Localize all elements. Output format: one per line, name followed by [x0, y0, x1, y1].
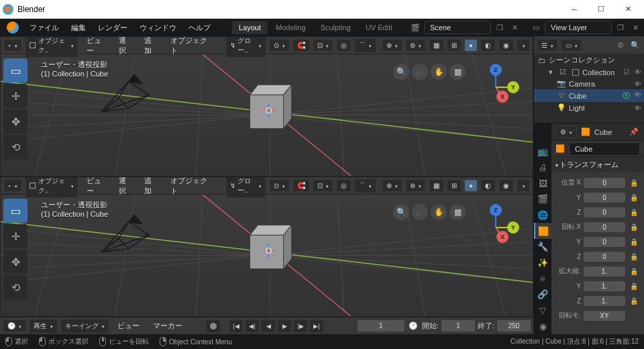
timeline-playback-menu[interactable]: 再生 — [29, 319, 58, 334]
menu-render[interactable]: レンダー — [93, 20, 133, 36]
vp-menu-view[interactable]: ビュー — [81, 36, 111, 58]
exclude-icon[interactable]: ☑ — [623, 68, 630, 77]
editor-type-selector-2[interactable]: 🞍 — [3, 179, 22, 192]
snap-toggle[interactable]: 🧲 — [292, 39, 310, 52]
vp-menu-select[interactable]: 選択 — [113, 36, 137, 58]
lock-icon[interactable]: 🔒 — [628, 250, 640, 262]
eye-icon[interactable]: 👁 — [634, 91, 641, 101]
workspace-tab-uv[interactable]: UV Editi — [359, 21, 399, 34]
eye-icon[interactable]: 👁 — [634, 104, 641, 112]
viewlayer-name-input[interactable] — [545, 21, 612, 34]
lock-icon[interactable]: 🔒 — [628, 295, 640, 307]
shading-wireframe[interactable]: ⊞ — [447, 39, 462, 52]
nav-zoom-icon[interactable]: 🔍 — [393, 64, 409, 80]
axis-y-2[interactable]: Y — [507, 221, 519, 234]
axis-x-2[interactable]: X — [496, 231, 508, 243]
autokey-toggle[interactable] — [207, 320, 220, 332]
checkbox-icon[interactable]: ☑ — [558, 68, 568, 77]
workspace-tab-modeling[interactable]: Modeling — [269, 21, 313, 34]
lock-icon[interactable]: 🔒 — [628, 265, 640, 277]
prop-tab-material[interactable]: ◉ — [534, 318, 551, 334]
vp-menu-add[interactable]: 追加 — [139, 36, 162, 58]
menu-edit[interactable]: 編集 — [66, 20, 91, 36]
nav-camera-icon-2[interactable]: 🎥 — [412, 204, 428, 220]
xray-toggle-2[interactable]: ▦ — [429, 179, 444, 192]
vp-menu-object[interactable]: オブジェクト — [165, 36, 213, 58]
shading-solid-2[interactable]: ● — [464, 179, 478, 192]
loc-y[interactable]: 0 — [584, 193, 625, 203]
menu-file[interactable]: ファイル — [24, 20, 64, 36]
shading-options-2[interactable] — [517, 179, 530, 192]
nav-perspective-icon[interactable]: ▦ — [449, 64, 466, 80]
prop-tab-world[interactable]: 🌐 — [534, 207, 551, 223]
timeline-editor-type[interactable]: 🕐 — [3, 319, 26, 332]
tool-cursor-2[interactable]: ✛ — [3, 224, 28, 248]
outliner-scene-collection[interactable]: 🗀 シーンコレクション — [534, 54, 644, 66]
scale-y[interactable]: 1. — [584, 281, 625, 291]
tool-rotate[interactable]: ⟲ — [3, 135, 28, 159]
tool-move-2[interactable]: ✥ — [3, 250, 28, 274]
lock-icon[interactable]: 🔒 — [628, 191, 640, 203]
axis-z[interactable]: Z — [490, 64, 502, 76]
current-frame-field[interactable]: 1 — [358, 320, 405, 332]
lock-icon[interactable]: 🔒 — [628, 280, 640, 292]
timeline-marker-menu[interactable]: マーカー — [148, 318, 188, 334]
timeline-view-menu[interactable]: ビュー — [112, 318, 145, 334]
lock-icon[interactable]: 🔒 — [628, 221, 640, 233]
shading-solid[interactable]: ● — [464, 39, 478, 52]
rotation-mode[interactable]: XY — [584, 311, 625, 321]
prop-tab-physics[interactable]: ⚛ — [534, 270, 551, 287]
play-button[interactable]: ▶ — [278, 320, 291, 332]
play-reverse-button[interactable]: ◀ — [262, 320, 275, 332]
properties-editor-type[interactable]: ⚙ — [555, 126, 577, 138]
pivot-selector[interactable]: ⊙ — [269, 39, 290, 52]
prop-tab-viewlayer[interactable]: 🖼 — [534, 175, 551, 191]
scene-new-button[interactable]: ❐ — [494, 21, 506, 34]
outliner-item-collection[interactable]: ▾ ☑ 🞎 Collection ☑👁 — [534, 66, 644, 78]
keyframe-next-button[interactable]: |▶ — [294, 320, 307, 332]
rot-x[interactable]: 0 — [584, 222, 625, 232]
menu-window[interactable]: ウィンドウ — [134, 20, 182, 36]
lock-icon[interactable]: 🔒 — [628, 177, 640, 189]
rot-z[interactable]: 0 — [584, 252, 625, 262]
object-name-input[interactable] — [569, 142, 640, 156]
shading-options[interactable] — [517, 39, 530, 52]
rot-y[interactable]: 0 — [584, 237, 625, 247]
scene-browse-icon[interactable]: 🎬 — [409, 21, 421, 34]
snap-selector-2[interactable]: ⊡ — [313, 179, 333, 192]
timeline-keying-menu[interactable]: キーイング — [60, 319, 109, 334]
prop-tab-object[interactable]: 🟧 — [534, 223, 551, 239]
nav-zoom-icon-2[interactable]: 🔍 — [393, 204, 409, 220]
loc-z[interactable]: 0 — [584, 207, 625, 217]
snap-selector[interactable]: ⊡ — [313, 39, 333, 52]
vp2-menu-object[interactable]: オブジェクト — [165, 177, 213, 199]
outliner-item-light[interactable]: 💡 Light 👁 — [534, 102, 644, 113]
axis-x[interactable]: X — [496, 91, 508, 103]
nav-pan-icon[interactable]: ✋ — [431, 64, 447, 80]
nav-camera-icon[interactable]: 🎥 — [412, 64, 428, 80]
tool-cursor[interactable]: ✛ — [3, 84, 28, 108]
overlay-visibility[interactable]: ⊚ — [405, 39, 426, 52]
outliner-filter-icon[interactable]: ⚙ — [614, 39, 627, 51]
orientation-selector-2[interactable]: ↯ グロー.. — [225, 177, 266, 198]
editor-type-selector[interactable]: 🞍 — [3, 39, 22, 52]
jump-end-button[interactable]: ▶| — [310, 320, 323, 332]
scale-x[interactable]: 1. — [584, 266, 625, 277]
start-frame-field[interactable]: 1 — [441, 320, 475, 332]
tool-move[interactable]: ✥ — [3, 109, 28, 134]
loc-x[interactable]: 0 — [584, 178, 625, 188]
viewlayer-delete-button[interactable]: ✕ — [629, 21, 641, 34]
outliner-item-camera[interactable]: 📷 Camera 👁 — [534, 78, 644, 89]
overlay-visibility-2[interactable]: ⊚ — [405, 179, 426, 192]
end-frame-field[interactable]: 250 — [497, 320, 531, 332]
tool-select-box[interactable]: ▭ — [3, 58, 28, 83]
scene-delete-button[interactable]: ✕ — [508, 21, 521, 34]
disclosure-icon[interactable]: ▾ — [546, 68, 555, 77]
snap-toggle-2[interactable]: 🧲 — [292, 179, 310, 192]
vp2-menu-select[interactable]: 選択 — [113, 177, 137, 199]
outliner-display-mode[interactable]: ▭ — [561, 39, 582, 52]
prop-tab-data[interactable]: ▽ — [534, 303, 551, 319]
transform-panel-title[interactable]: トランスフォーム — [551, 157, 644, 172]
proportional-toggle[interactable]: ◎ — [336, 39, 352, 52]
shading-wireframe-2[interactable]: ⊞ — [447, 179, 462, 192]
